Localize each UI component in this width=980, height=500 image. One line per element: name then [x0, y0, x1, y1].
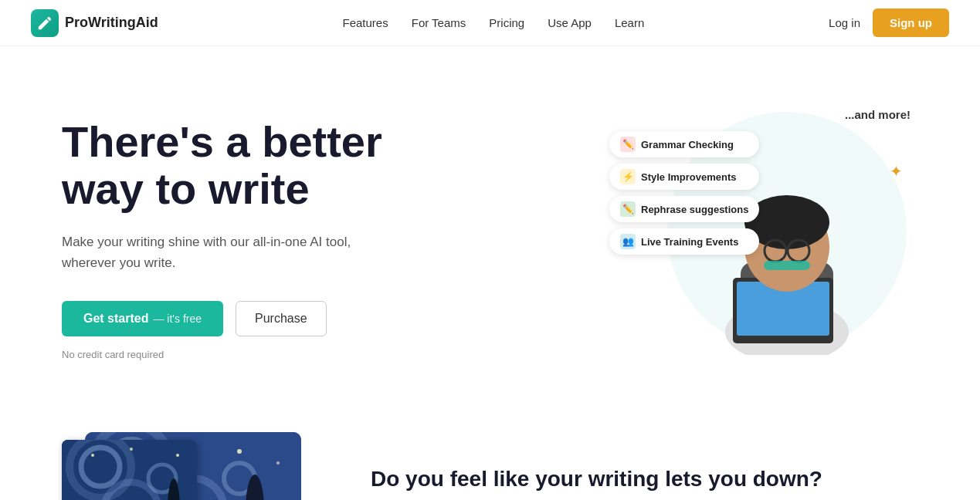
feature-tag-training: 👥 Live Training Events	[609, 228, 759, 255]
svg-rect-10	[764, 261, 810, 270]
feature-tag-style: ⚡ Style Improvements	[609, 164, 759, 190]
nav-use-app[interactable]: Use App	[548, 16, 592, 29]
section2-content: Do you feel like your writing lets you d…	[371, 465, 918, 500]
logo[interactable]: ProWritingAid	[31, 9, 158, 37]
svg-point-19	[276, 461, 280, 465]
logo-icon	[31, 9, 59, 37]
style-icon: ⚡	[620, 169, 636, 184]
section2-heading: Do you feel like your writing lets you d…	[371, 465, 918, 493]
svg-point-29	[130, 448, 133, 451]
hero-title: There's a better way to write	[62, 118, 382, 213]
nav-for-teams[interactable]: For Teams	[412, 16, 466, 29]
rephrase-icon: ✏️	[620, 201, 636, 217]
no-credit-text: No credit card required	[62, 349, 382, 360]
training-icon: 👥	[620, 234, 636, 249]
svg-point-18	[237, 449, 242, 454]
painting-illustration: My idea in my head	[62, 432, 324, 500]
more-label: ...and more!	[845, 108, 910, 121]
sparkle-icon: ✦	[890, 162, 903, 181]
get-started-button[interactable]: Get started — it's free	[62, 301, 223, 336]
svg-point-28	[91, 454, 94, 457]
svg-point-30	[176, 454, 179, 457]
purchase-button[interactable]: Purchase	[236, 301, 327, 336]
pencil-icon	[36, 15, 53, 32]
login-link[interactable]: Log in	[829, 16, 860, 29]
feature-tags-list: ✏️ Grammar Checking ⚡ Style Improvements…	[609, 131, 759, 255]
feature-tag-rephrase: ✏️ Rephrase suggestions	[609, 196, 759, 222]
grammar-icon: ✏️	[620, 137, 636, 152]
signup-button[interactable]: Sign up	[873, 8, 949, 37]
nav-features[interactable]: Features	[343, 16, 388, 29]
hero-illustration: ...and more! ✦ ✏️ Grammar Checking ⚡ Sty…	[609, 93, 918, 386]
nav-pricing[interactable]: Pricing	[489, 16, 524, 29]
painting-front: My idea in my head	[62, 440, 197, 500]
brand-name: ProWritingAid	[65, 15, 158, 31]
feature-tag-grammar: ✏️ Grammar Checking	[609, 131, 759, 157]
nav-learn[interactable]: Learn	[615, 16, 644, 29]
hero-subtitle: Make your writing shine with our all-in-…	[62, 231, 382, 273]
free-label: — it's free	[153, 312, 202, 325]
